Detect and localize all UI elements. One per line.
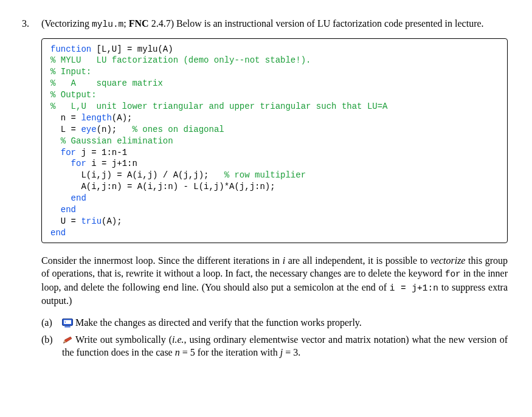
b-pre: Write out symbolically ( xyxy=(75,334,172,345)
subpart-a-label: (a) xyxy=(41,316,58,329)
fnc-bold: FNC xyxy=(129,18,149,29)
code-l8b: (n); xyxy=(97,125,133,134)
problem-heading: 3. (Vectorizing mylu.m; FNC 2.4.7) Below… xyxy=(22,17,508,31)
kw-end-inner: end xyxy=(71,193,86,203)
fnc-rest: 2.4.7) Below is an instructional version… xyxy=(149,18,484,29)
kw-end-fn: end xyxy=(50,228,66,238)
code-l5: % Output: xyxy=(50,90,97,100)
code-l9: % Gaussian elimination xyxy=(50,136,173,146)
kw-end-outer: end xyxy=(61,205,76,215)
p1a: Consider the innermost loop. Since the d… xyxy=(41,255,283,266)
code-l14-pad xyxy=(50,193,71,203)
subpart-b-label: (b) xyxy=(41,333,58,346)
code-l8-fn: eye xyxy=(81,125,96,134)
code-l8-cm: % ones on diagonal xyxy=(132,125,224,134)
p1e: line. (You should also put a semicolon a… xyxy=(179,282,390,292)
computer-icon xyxy=(62,319,73,328)
subpart-a-body: Make the changes as directed and verify … xyxy=(62,316,508,329)
subpart-b: (b) Write out symbolically (i.e., using … xyxy=(41,333,508,359)
code-l7b: (A); xyxy=(112,113,133,123)
kw-for-inner: for xyxy=(71,159,86,168)
svg-rect-2 xyxy=(64,326,71,328)
kw-end-inline: end xyxy=(163,283,179,293)
code-l16b: (A); xyxy=(102,216,122,226)
code-l6: % L,U unit lower triangular and upper tr… xyxy=(50,102,388,111)
code-l10-pad xyxy=(50,148,61,157)
b-ie: i.e. xyxy=(172,334,184,345)
kw-function: function xyxy=(50,44,91,54)
b-eq2: = 3. xyxy=(283,347,300,357)
code-l7-fn: length xyxy=(81,113,111,123)
code-l1-rest: [L,U] = mylu(A) xyxy=(91,44,173,54)
kw-for-outer: for xyxy=(61,148,76,157)
intro-mid: ; xyxy=(123,18,128,29)
code-l3: % Input: xyxy=(50,67,91,77)
assign-inline: i = j+1:n xyxy=(390,283,438,293)
pencil-icon xyxy=(62,336,73,345)
code-l4: % A square matrix xyxy=(50,78,163,88)
intro-code: mylu.m xyxy=(92,19,123,29)
subpart-a: (a) Make the changes as directed and ver… xyxy=(41,316,508,329)
code-l13: A(i,j:n) = A(i,j:n) - L(i,j)*A(j,j:n); xyxy=(50,182,275,191)
intro-prefix: (Vectorizing xyxy=(41,18,92,29)
subpart-a-text: Make the changes as directed and verify … xyxy=(75,317,362,328)
code-l7a: n = xyxy=(50,113,81,123)
explanation-paragraph: Consider the innermost loop. Since the d… xyxy=(41,254,508,308)
code-l12a: L(i,j) = A(i,j) / A(j,j); xyxy=(50,170,224,180)
code-l12-cm: % row multiplier xyxy=(224,170,306,180)
kw-for-inline: for xyxy=(445,269,461,279)
code-l11-pad xyxy=(50,159,71,168)
problem-number: 3. xyxy=(22,17,35,30)
code-l16a: U = xyxy=(50,216,81,226)
code-l15-pad xyxy=(50,205,61,215)
code-l8a: L = xyxy=(50,125,81,134)
svg-rect-1 xyxy=(64,320,71,325)
b-n: n xyxy=(175,347,180,357)
code-l11-rest: i = j+1:n xyxy=(86,159,137,168)
code-listing: function [L,U] = mylu(A) % MYLU LU facto… xyxy=(41,38,508,243)
subpart-b-body: Write out symbolically (i.e., using ordi… xyxy=(62,333,508,359)
p1b: are all independent, it is possible to xyxy=(285,255,430,266)
problem-intro: (Vectorizing mylu.m; FNC 2.4.7) Below is… xyxy=(41,17,508,31)
code-l16-fn: triu xyxy=(81,216,102,226)
subparts: (a) Make the changes as directed and ver… xyxy=(41,316,508,359)
b-eq1: = 5 for the iteration with xyxy=(180,347,280,357)
code-l2: % MYLU LU factorization (demo only--not … xyxy=(50,55,311,65)
code-l10-rest: j = 1:n-1 xyxy=(76,148,127,157)
vectorize: vectorize xyxy=(430,255,466,266)
